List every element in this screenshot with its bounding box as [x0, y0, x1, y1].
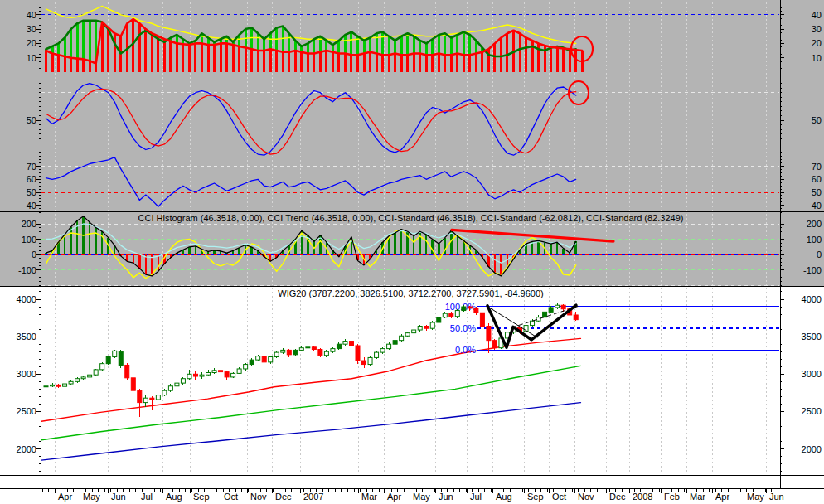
month-label: Apr: [715, 492, 729, 502]
month-label: Jul: [141, 492, 153, 502]
candle: [81, 377, 85, 379]
month-label: Jul: [470, 492, 482, 502]
candle: [543, 312, 547, 317]
candle: [131, 378, 135, 390]
candle: [487, 327, 491, 341]
month-label: 2008: [633, 492, 652, 502]
candle: [125, 365, 129, 377]
candle: [269, 357, 273, 362]
y-axis-label-left: 20: [27, 38, 36, 48]
candle: [156, 395, 160, 400]
candle: [106, 357, 110, 364]
month-label: Jun: [111, 492, 126, 502]
candle: [293, 350, 298, 354]
month-label: Nov: [250, 492, 267, 502]
candle: [443, 313, 447, 317]
month-label: 2007: [303, 492, 323, 502]
candle: [536, 317, 540, 322]
candle: [400, 336, 404, 340]
candle: [343, 342, 347, 345]
y-axis-label-left: 70: [27, 162, 36, 172]
y-axis-label-right: 20: [812, 38, 822, 48]
candle: [281, 350, 285, 352]
month-label: Jun: [439, 492, 453, 502]
candle: [492, 341, 497, 348]
candle: [331, 349, 335, 352]
candle: [181, 379, 185, 383]
y-axis-label-right: 10: [812, 53, 822, 63]
candle: [337, 344, 341, 348]
candle: [430, 322, 434, 328]
y-axis-label-left: 3500: [17, 332, 36, 342]
candle: [44, 386, 48, 387]
charting-app-window: 100.0%50.0%0.0%1010202030304040505040405…: [0, 0, 824, 504]
candle: [462, 307, 466, 311]
candle: [318, 350, 322, 356]
y-axis-label-right: 3500: [802, 332, 822, 342]
candle: [119, 351, 123, 365]
candle: [468, 307, 472, 308]
candle: [549, 308, 553, 312]
candle: [231, 373, 235, 377]
y-axis-label-right: -100: [803, 265, 822, 275]
candle: [455, 311, 459, 317]
month-label: Mar: [690, 492, 705, 502]
candle: [225, 372, 229, 377]
candle: [561, 305, 565, 309]
candle: [262, 356, 266, 362]
candle: [143, 398, 148, 402]
month-label: Nov: [578, 492, 594, 502]
y-axis-label-left: 50: [27, 115, 36, 125]
candle: [51, 385, 55, 385]
month-label: May: [83, 492, 100, 502]
candle: [387, 344, 391, 348]
month-label: Aug: [166, 492, 182, 502]
month-label: May: [413, 492, 430, 502]
y-axis-label-right: 2500: [802, 406, 822, 416]
candle: [274, 352, 279, 356]
y-axis-label-left: 200: [22, 219, 36, 229]
candle: [175, 383, 179, 386]
month-label: May: [747, 492, 764, 502]
y-axis-label-left: 50: [27, 187, 36, 197]
candle: [418, 327, 422, 331]
y-axis-label-left: 40: [27, 201, 36, 211]
y-axis-label-left: 3000: [17, 369, 36, 379]
candle: [168, 386, 172, 390]
y-axis-label-right: 100: [807, 235, 822, 245]
y-axis-label-right: 200: [807, 219, 822, 229]
month-label: Sep: [527, 492, 544, 502]
candle: [368, 357, 372, 364]
y-axis-label-left: 2000: [17, 444, 36, 454]
month-label: Feb: [664, 492, 680, 502]
y-axis-label-right: 70: [812, 162, 822, 172]
candle: [449, 313, 453, 317]
y-axis-label-left: 10: [27, 53, 36, 63]
candle: [356, 346, 360, 361]
candle: [555, 305, 560, 308]
candle: [375, 352, 379, 357]
candle: [405, 333, 410, 337]
candle: [380, 349, 385, 353]
candle: [193, 374, 197, 376]
y-axis-label-right: 30: [812, 24, 822, 34]
candle: [88, 375, 92, 377]
candle: [100, 364, 104, 370]
candle: [574, 315, 578, 320]
candle: [237, 369, 241, 373]
fib-level-label: 0.0%: [455, 345, 476, 355]
candle: [138, 390, 142, 402]
candle: [287, 350, 291, 354]
candle: [424, 327, 429, 329]
month-label: Dec: [609, 492, 626, 502]
y-axis-label-right: 60: [812, 174, 822, 184]
y-axis-label-right: 3000: [802, 369, 822, 379]
y-axis-label-left: 4000: [17, 294, 36, 304]
y-axis-label-right: 0: [817, 250, 822, 259]
candle: [480, 313, 484, 326]
month-label: Apr: [58, 492, 72, 502]
y-axis-label-left: 60: [27, 174, 36, 184]
month-label: Jun: [769, 492, 784, 502]
candle: [299, 348, 303, 351]
candle: [219, 371, 223, 372]
